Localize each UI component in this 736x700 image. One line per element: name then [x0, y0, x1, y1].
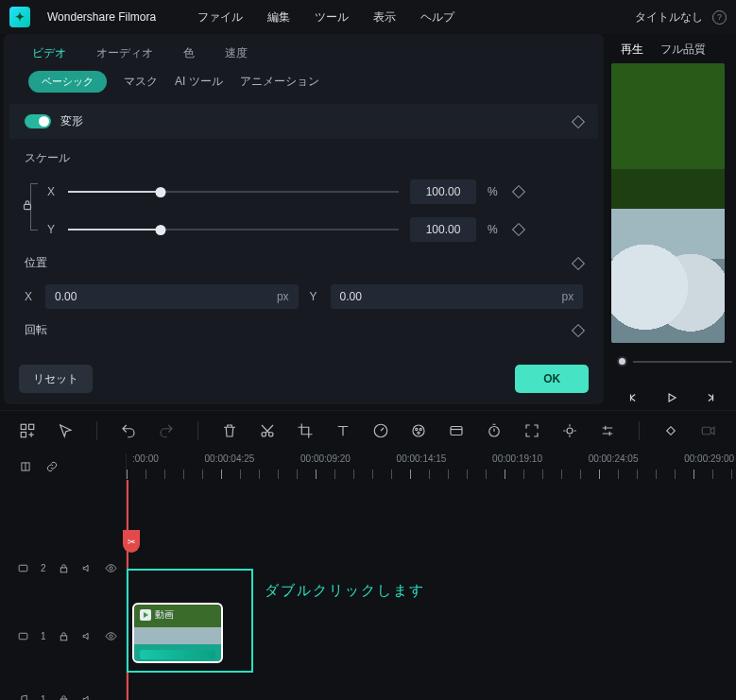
snap-icon[interactable] — [19, 460, 32, 473]
track-body-v2[interactable] — [127, 542, 736, 593]
aspect-lock[interactable] — [25, 179, 38, 234]
scale-x-slider[interactable] — [68, 185, 399, 198]
tab-video[interactable]: ビデオ — [32, 45, 66, 61]
preview-seek[interactable] — [611, 356, 732, 367]
scale-x-value[interactable]: 100.00 — [410, 179, 476, 204]
delete-icon[interactable] — [221, 422, 238, 439]
svg-rect-1 — [21, 424, 26, 429]
subtab-mask[interactable]: マスク — [124, 74, 158, 90]
track-head-v2[interactable]: 2 — [0, 542, 127, 593]
pos-y-value: 0.00 — [340, 290, 362, 303]
audio-track-icon — [17, 693, 29, 701]
lock-icon[interactable] — [58, 693, 70, 701]
menu-file[interactable]: ファイル — [197, 9, 243, 26]
subtab-animation[interactable]: アニメーション — [240, 74, 319, 90]
preview-tab-play[interactable]: 再生 — [621, 42, 643, 58]
pointer-icon[interactable] — [57, 422, 74, 439]
keyframe-icon[interactable] — [572, 114, 585, 128]
ruler-t3: 00:00:14:15 — [397, 453, 447, 464]
play-icon[interactable] — [665, 391, 678, 404]
scale-y-value[interactable]: 100.00 — [410, 217, 476, 242]
mute-icon[interactable] — [81, 562, 94, 574]
speed-icon[interactable] — [372, 422, 389, 439]
undo-icon[interactable] — [120, 422, 137, 439]
next-frame-icon[interactable] — [703, 391, 716, 404]
pos-y-input[interactable]: 0.00 px — [331, 284, 584, 309]
percent-unit: % — [488, 185, 503, 198]
reset-button[interactable]: リセット — [19, 365, 93, 393]
preview-tab-quality[interactable]: フル品質 — [660, 42, 706, 58]
subtab-basic[interactable]: ベーシック — [28, 71, 107, 93]
redo-icon[interactable] — [158, 422, 175, 439]
crop-icon[interactable] — [297, 422, 314, 439]
keyframe-icon[interactable] — [572, 323, 585, 336]
keyframe-toolbar-icon[interactable] — [662, 422, 679, 439]
effects-icon[interactable] — [448, 422, 465, 439]
clip-label: 動画 — [155, 608, 174, 622]
app-name: Wondershare Filmora — [47, 10, 156, 24]
menu-help[interactable]: ヘルプ — [420, 9, 454, 26]
chroma-icon[interactable] — [561, 422, 578, 439]
mute-icon[interactable] — [81, 630, 94, 642]
video-clip[interactable]: 動画 — [132, 603, 223, 663]
prev-frame-icon[interactable] — [627, 391, 641, 404]
app-logo-icon: ✦ — [9, 7, 30, 27]
mute-icon[interactable] — [81, 693, 94, 701]
track-head-v1[interactable]: 1 — [0, 593, 127, 678]
timeline: :00:00 00:00:04:25 00:00:09:20 00:00:14:… — [0, 450, 736, 700]
text-icon[interactable] — [334, 422, 351, 439]
lock-icon[interactable] — [58, 562, 70, 574]
scale-y-slider[interactable] — [68, 223, 399, 236]
svg-point-7 — [413, 425, 424, 436]
color-icon[interactable] — [410, 422, 427, 439]
transform-toggle[interactable] — [25, 114, 51, 128]
svg-rect-20 — [19, 633, 27, 640]
rotation-heading: 回転 — [25, 322, 47, 338]
svg-point-10 — [418, 432, 419, 434]
adjust-icon[interactable] — [599, 422, 616, 439]
help-icon[interactable]: ? — [712, 10, 727, 25]
tab-color[interactable]: 色 — [183, 45, 195, 61]
pos-x-label: X — [25, 290, 34, 303]
track-body-a1[interactable] — [127, 678, 736, 700]
ok-button[interactable]: OK — [515, 365, 589, 393]
preview-video[interactable] — [611, 63, 725, 343]
record-icon[interactable] — [700, 422, 717, 439]
seek-thumb-icon[interactable] — [617, 356, 627, 367]
ruler-t1: 00:00:04:25 — [205, 453, 255, 464]
subtab-ai[interactable]: AI ツール — [175, 74, 223, 90]
properties-panel: ビデオ オーディオ 色 速度 ベーシック マスク AI ツール アニメーション … — [4, 34, 604, 404]
menu-tools[interactable]: ツール — [315, 9, 349, 26]
timeline-ruler[interactable]: :00:00 00:00:04:25 00:00:09:20 00:00:14:… — [127, 453, 736, 480]
keyframe-icon[interactable] — [512, 185, 525, 198]
track-index: 1 — [41, 694, 46, 701]
keyframe-icon[interactable] — [512, 223, 525, 236]
menu-edit[interactable]: 編集 — [267, 9, 290, 26]
track-head-spacer — [0, 480, 127, 542]
tab-speed[interactable]: 速度 — [225, 45, 248, 61]
timeline-toolbar — [0, 410, 736, 450]
pos-x-input[interactable]: 0.00 px — [45, 284, 299, 309]
svg-rect-2 — [29, 424, 34, 429]
section-transform[interactable]: 変形 — [9, 104, 598, 139]
add-track-icon[interactable] — [19, 422, 36, 439]
svg-rect-0 — [25, 204, 31, 209]
timer-icon[interactable] — [486, 422, 503, 439]
eye-icon[interactable] — [105, 562, 117, 574]
cut-icon[interactable] — [259, 422, 276, 439]
keyframe-icon[interactable] — [572, 256, 585, 269]
svg-rect-15 — [702, 427, 710, 435]
svg-rect-3 — [21, 432, 26, 436]
pos-y-label: Y — [310, 290, 319, 303]
link-icon[interactable] — [45, 460, 59, 473]
track-head-a1[interactable]: 1 — [0, 678, 127, 700]
expand-icon[interactable] — [523, 422, 540, 439]
track-body-v1[interactable]: 動画 — [127, 593, 736, 678]
menu-view[interactable]: 表示 — [373, 9, 396, 26]
tab-audio[interactable]: オーディオ — [96, 45, 153, 61]
svg-point-4 — [262, 432, 266, 436]
lock-icon[interactable] — [58, 630, 70, 642]
project-title: タイトルなし — [635, 9, 703, 26]
eye-icon[interactable] — [105, 630, 117, 642]
svg-point-13 — [567, 428, 573, 434]
